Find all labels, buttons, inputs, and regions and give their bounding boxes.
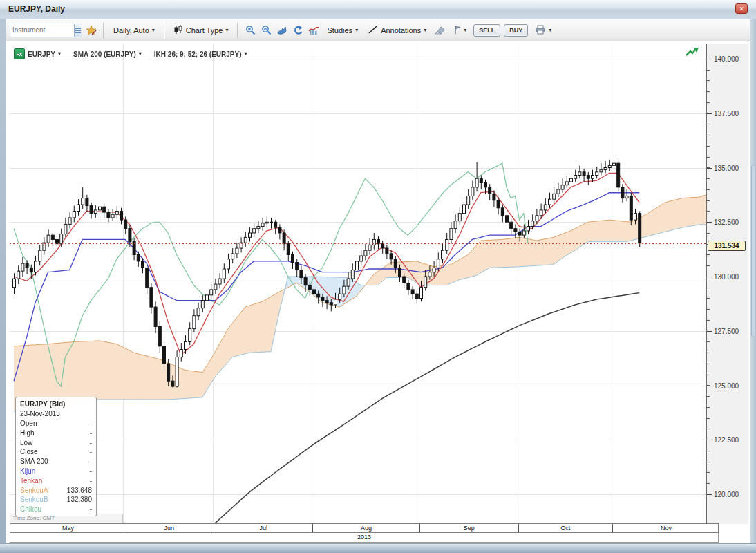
tooltip-row: Low- (20, 438, 92, 448)
chevron-down-icon: ▾ (139, 51, 142, 57)
time-axis-month-label: May (12, 524, 124, 532)
pin-button[interactable]: ▾ (449, 24, 470, 37)
tooltip-row-label: SenkouB (20, 495, 48, 505)
tooltip-row: Tenkan- (20, 476, 92, 486)
price-axis[interactable]: 140.000137.500135.000132.500130.000127.5… (706, 44, 748, 524)
chevron-down-icon: ▾ (58, 51, 61, 57)
tooltip-row: Open- (20, 419, 92, 429)
chart-type-button[interactable]: Chart Type ▾ (171, 24, 232, 37)
time-axis-month-label: Nov (612, 524, 719, 532)
pin-icon (453, 25, 461, 36)
annotations-button[interactable]: Annotations ▾ (365, 24, 430, 37)
chart-window: EURJPY, Daily ✕ Daily, Auto ▾ (0, 0, 756, 553)
price-axis-label: 125.000 (714, 382, 739, 390)
legend-ikh-label: IKH 26; 9; 52; 26 (EURJPY) (154, 50, 242, 58)
close-icon[interactable]: ✕ (735, 3, 748, 14)
price-axis-label: 120.000 (714, 491, 739, 498)
tooltip-row-value: - (90, 505, 92, 514)
time-axis-month-label: Aug (312, 524, 419, 532)
tooltip-row-label: SenkouA (20, 486, 48, 496)
chevron-down-icon: ▾ (225, 28, 228, 33)
favorites-icon[interactable] (85, 24, 97, 37)
buy-button[interactable]: BUY (504, 24, 528, 37)
zoom-out-icon[interactable] (260, 24, 272, 37)
studies-icon[interactable] (308, 24, 320, 37)
tooltip-instrument: EURJPY (Bid) (20, 400, 92, 409)
window-bottom-edge (0, 543, 756, 553)
undo-icon[interactable] (292, 24, 304, 37)
tooltip-row-value: - (90, 457, 92, 467)
print-button[interactable]: ▾ (531, 24, 555, 37)
tooltip-row: Close- (20, 447, 92, 457)
studies-label: Studies (327, 26, 352, 35)
tooltip-row-value: 133.648 (67, 486, 92, 496)
window-right-edge (750, 19, 756, 543)
chevron-down-icon: ▾ (464, 28, 466, 33)
fx-instrument-icon: FX (14, 48, 25, 59)
tooltip-row-label: Open (20, 419, 37, 429)
instrument-list-icon[interactable] (74, 24, 82, 37)
candlestick-chart-icon (174, 25, 183, 36)
tooltip-row-value: - (90, 438, 92, 448)
legend-ikh-dropdown[interactable]: IKH 26; 9; 52; 26 (EURJPY) ▾ (154, 50, 247, 58)
chart-legend: FX EURJPY ▾ SMA 200 (EURJPY) ▾ IKH 26; 9… (14, 48, 247, 59)
annotations-label: Annotations (381, 26, 421, 35)
chevron-down-icon: ▾ (152, 28, 155, 33)
price-axis-label: 135.000 (714, 165, 739, 172)
tooltip-row-label: Low (20, 438, 32, 448)
zoom-in-icon[interactable] (244, 24, 256, 37)
tooltip-row-label: Chikou (20, 505, 41, 514)
tooltip-row-value: - (90, 467, 92, 476)
chevron-down-icon: ▾ (424, 28, 426, 33)
tooltip-row-value: - (90, 476, 92, 486)
tooltip-row: SenkouA133.648 (20, 486, 92, 496)
print-icon (535, 25, 546, 36)
price-axis-label: 140.000 (714, 55, 739, 63)
time-axis-month-label: Oct (518, 524, 612, 532)
period-button[interactable]: Daily, Auto ▾ (110, 25, 158, 36)
tooltip-row-label: Kijun (20, 467, 35, 476)
time-axis-month-label: Jul (214, 524, 312, 532)
time-axis-months: MayJunJulAugSepOctNov (10, 523, 719, 533)
title-bar: EURJPY, Daily ✕ (0, 0, 756, 19)
eraser-icon[interactable] (433, 24, 446, 37)
time-axis-year: 2013 (10, 533, 719, 543)
tooltip-row-label: Close (20, 447, 38, 457)
toolbar-separator (103, 23, 104, 38)
price-axis-label: 122.500 (714, 436, 739, 444)
sell-button[interactable]: SELL (473, 24, 500, 37)
legend-instrument-dropdown[interactable]: FX EURJPY ▾ (14, 48, 61, 59)
scrollbar-thumb[interactable] (751, 165, 755, 337)
time-axis-month-label: Sep (419, 524, 518, 532)
tooltip-row-label: Tenkan (20, 476, 42, 486)
instrument-input[interactable] (10, 25, 74, 36)
tooltip-row: High- (20, 429, 92, 438)
window-title: EURJPY, Daily (8, 4, 65, 14)
legend-sma-label: SMA 200 (EURJPY) (73, 50, 136, 58)
tooltip-row-value: - (90, 419, 92, 429)
toolbar: Daily, Auto ▾ Chart Type ▾ (6, 19, 750, 41)
tooltip-row: SenkouB132.380 (20, 495, 92, 505)
tooltip-row: SMA 200- (20, 457, 92, 467)
price-axis-label: 130.000 (714, 273, 739, 281)
tooltip-row-value: - (90, 447, 92, 457)
price-chart-canvas[interactable] (10, 44, 706, 524)
tooltip-row: Chikou- (20, 505, 92, 514)
chevron-down-icon: ▾ (549, 28, 551, 33)
pan-icon[interactable] (276, 24, 288, 37)
tooltip-date: 23-Nov-2013 (20, 409, 92, 419)
tooltip-row-value: - (90, 429, 92, 438)
trend-up-arrow-icon[interactable] (686, 47, 699, 60)
tooltip-row: Kijun- (20, 467, 92, 476)
instrument-search (10, 24, 82, 37)
price-axis-label: 132.500 (714, 218, 739, 226)
chevron-down-icon: ▾ (245, 51, 247, 57)
tooltip-row-label: High (20, 429, 35, 438)
data-tooltip: EURJPY (Bid) 23-Nov-2013 Open-High-Low-C… (15, 397, 97, 516)
legend-instrument-label: EURJPY (28, 50, 55, 58)
studies-button[interactable]: Studies ▾ (323, 25, 361, 36)
last-price-tag: 131.534 (708, 241, 746, 251)
legend-sma-dropdown[interactable]: SMA 200 (EURJPY) ▾ (73, 50, 142, 58)
window-content: Daily, Auto ▾ Chart Type ▾ (6, 19, 750, 543)
chart-area: FX EURJPY ▾ SMA 200 (EURJPY) ▾ IKH 26; 9… (6, 41, 750, 543)
